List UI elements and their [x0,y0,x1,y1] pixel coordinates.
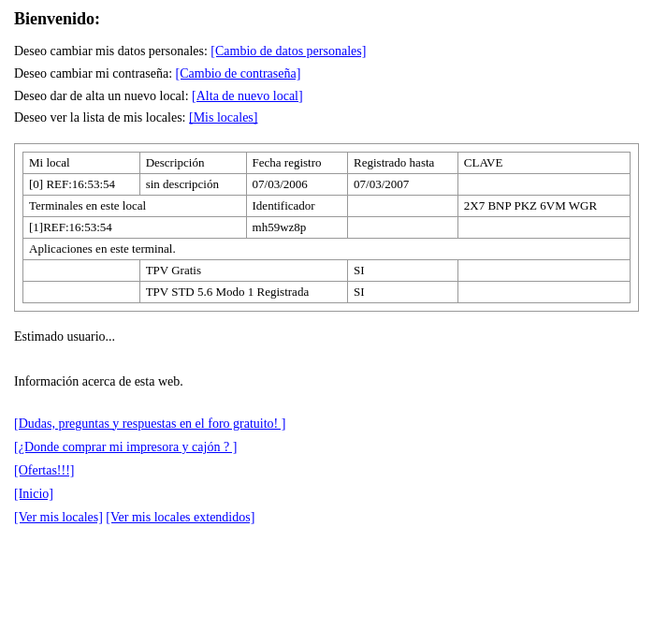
app2-status: SI [348,282,458,303]
intro-section: Deseo cambiar mis datos personales: [Cam… [14,40,639,129]
col-descripcion: Descripción [139,153,246,174]
app1-name: TPV Gratis [139,260,347,282]
terminal-row: [1]REF:16:53:54 mh59wz8p [23,217,631,239]
terminal-id: mh59wz8p [246,217,348,239]
app1-empty [23,260,140,282]
intro-line1: Deseo cambiar mis datos personales: [Cam… [14,40,639,63]
app1-status: SI [348,260,458,282]
clave-value: 2X7 BNP PKZ 6VM WGR [457,196,630,217]
inicio-link[interactable]: [Inicio] [14,487,53,501]
printer-link[interactable]: [¿Donde comprar mi impresora y cajón ? ] [14,440,237,454]
apps-header: Aplicaciones en este terminal. [23,239,631,260]
cell-descripcion: sin descripción [139,174,246,196]
cell-fecha: 07/03/2006 [246,174,348,196]
clave-empty-cell [348,196,458,217]
ver-locales-ext-link[interactable]: [Ver mis locales extendidos] [106,510,254,524]
terminal-empty2 [457,217,630,239]
app2-empty2 [457,282,630,303]
app1-empty2 [457,260,630,282]
apps-header-row: Aplicaciones en este terminal. [23,239,631,260]
page-title: Bienvenido: [14,9,639,29]
offers-link[interactable]: [Ofertas!!!] [14,463,75,477]
links-section: [Dudas, preguntas y respuestas en el for… [14,412,639,530]
intro-line1-text: Deseo cambiar mis datos personales: [14,44,210,58]
info-section: Estimado usuario... Información acerca d… [14,326,639,392]
intro-line4: Deseo ver la lista de mis locales: [Mis … [14,107,639,129]
header-row: Mi local Descripción Fecha registro Regi… [23,153,631,174]
app1-row: TPV Gratis SI [23,260,631,282]
terminals-header: Terminales en este local [23,196,247,217]
intro-line2-text: Deseo cambiar mi contraseña: [14,66,176,80]
identificador-header: Identificador [246,196,348,217]
intro-line3: Deseo dar de alta un nuevo local: [Alta … [14,85,639,108]
app2-name: TPV STD 5.6 Modo 1 Registrada [139,282,347,303]
main-table: Mi local Descripción Fecha registro Regi… [22,152,631,303]
data-row-1: [0] REF:16:53:54 sin descripción 07/03/2… [23,174,631,196]
mis-locales-link[interactable]: [Mis locales] [189,110,257,124]
intro-line3-text: Deseo dar de alta un nuevo local: [14,89,192,103]
cell-clave-empty [457,174,630,196]
col-registrado-hasta: Registrado hasta [348,153,458,174]
col-clave: CLAVE [457,153,630,174]
intro-line4-text: Deseo ver la lista de mis locales: [14,110,189,124]
terminals-header-row: Terminales en este local Identificador 2… [23,196,631,217]
intro-line2: Deseo cambiar mi contraseña: [Cambio de … [14,63,639,85]
col-mi-local: Mi local [23,153,140,174]
cambio-datos-link[interactable]: [Cambio de datos personales] [210,44,366,58]
info-line2: Información acerca de esta web. [14,371,639,393]
cambio-contrasena-link[interactable]: [Cambio de contraseña] [176,66,301,80]
alta-local-link[interactable]: [Alta de nuevo local] [192,89,303,103]
terminal-ref: [1]REF:16:53:54 [23,217,247,239]
terminal-empty1 [348,217,458,239]
main-table-container: Mi local Descripción Fecha registro Regi… [14,143,639,312]
cell-local-ref: [0] REF:16:53:54 [23,174,140,196]
cell-registrado: 07/03/2007 [348,174,458,196]
col-fecha-registro: Fecha registro [246,153,348,174]
info-line1: Estimado usuario... [14,326,639,348]
ver-locales-link[interactable]: [Ver mis locales] [14,510,103,524]
app2-empty [23,282,140,303]
app2-row: TPV STD 5.6 Modo 1 Registrada SI [23,282,631,303]
forum-link[interactable]: [Dudas, preguntas y respuestas en el for… [14,417,285,431]
